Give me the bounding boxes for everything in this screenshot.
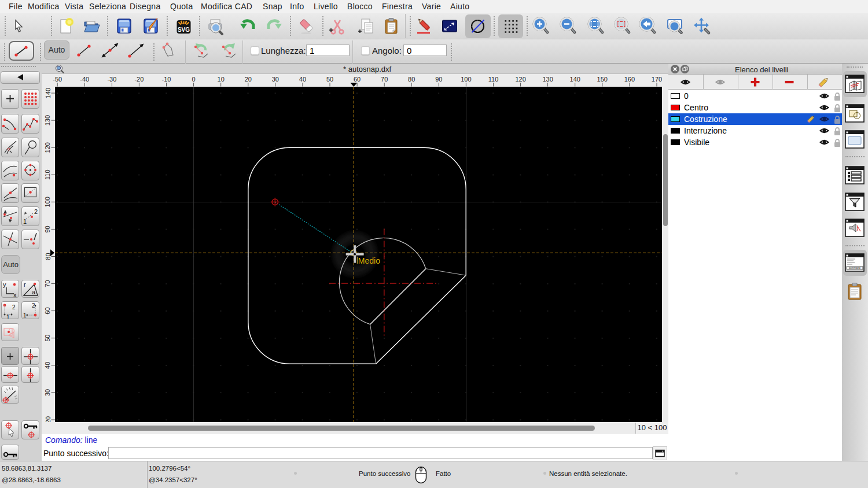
svg-text:120: 120 bbox=[45, 142, 52, 153]
svg-text:50: 50 bbox=[45, 335, 52, 342]
svg-text:130: 130 bbox=[542, 76, 553, 83]
svg-text:40: 40 bbox=[45, 362, 52, 369]
svg-text:140: 140 bbox=[570, 76, 580, 83]
svg-text:170: 170 bbox=[652, 76, 662, 83]
svg-text:100: 100 bbox=[45, 197, 52, 207]
svg-text:30: 30 bbox=[272, 76, 279, 83]
svg-text:20: 20 bbox=[245, 76, 252, 83]
svg-text:150: 150 bbox=[597, 76, 608, 83]
svg-text:80: 80 bbox=[408, 76, 415, 83]
svg-text:110: 110 bbox=[45, 169, 52, 180]
svg-text:70: 70 bbox=[381, 76, 388, 83]
svg-text:160: 160 bbox=[624, 76, 635, 83]
svg-text:60: 60 bbox=[45, 307, 52, 314]
svg-text:r: r bbox=[24, 281, 26, 288]
svg-text:70: 70 bbox=[45, 280, 52, 287]
svg-text:140: 140 bbox=[45, 88, 52, 98]
svg-text:y: y bbox=[3, 281, 6, 288]
svg-text:0: 0 bbox=[192, 76, 196, 83]
svg-text:Medio: Medio bbox=[358, 256, 380, 265]
svg-text:2: 2 bbox=[12, 304, 16, 310]
svg-text:110: 110 bbox=[488, 76, 499, 83]
svg-text:command: command bbox=[849, 267, 860, 269]
svg-text:10: 10 bbox=[218, 76, 225, 83]
svg-text:90: 90 bbox=[435, 76, 442, 83]
svg-text:90: 90 bbox=[45, 225, 52, 232]
svg-text:1: 1 bbox=[23, 312, 27, 319]
svg-text:60: 60 bbox=[354, 76, 361, 83]
svg-text:120: 120 bbox=[515, 76, 525, 83]
svg-text:-20: -20 bbox=[134, 76, 144, 83]
svg-text:50: 50 bbox=[326, 76, 333, 83]
svg-text:-40: -40 bbox=[80, 76, 89, 83]
svg-text:a: a bbox=[32, 289, 36, 295]
svg-text:x: x bbox=[13, 291, 17, 297]
svg-text:-30: -30 bbox=[107, 76, 116, 83]
svg-text:80: 80 bbox=[45, 253, 52, 260]
svg-text:100: 100 bbox=[461, 76, 471, 83]
svg-text:-50: -50 bbox=[53, 76, 62, 83]
svg-text:30: 30 bbox=[45, 389, 52, 396]
svg-text:2: 2 bbox=[34, 208, 38, 215]
svg-text:1: 1 bbox=[6, 314, 10, 319]
svg-text:SVG: SVG bbox=[178, 27, 190, 33]
svg-text:40: 40 bbox=[299, 76, 306, 83]
svg-text:-10: -10 bbox=[162, 76, 171, 83]
svg-text:20: 20 bbox=[45, 416, 52, 422]
svg-text:130: 130 bbox=[45, 115, 52, 125]
